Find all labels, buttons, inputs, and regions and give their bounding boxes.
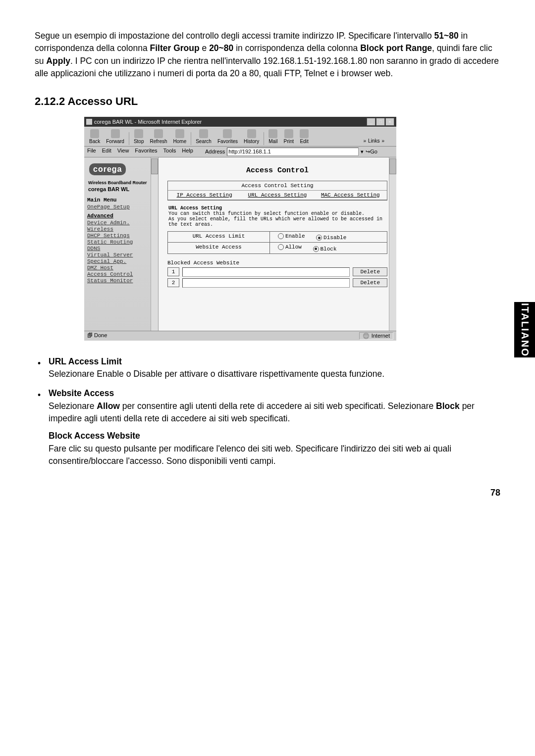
forward-button[interactable]: Forward xyxy=(103,128,127,145)
tab-mac[interactable]: MAC Access Setting xyxy=(314,191,387,200)
refresh-label: Refresh xyxy=(150,139,167,144)
sidebar-caption: Wireless Boardband Router xyxy=(88,180,154,185)
internet-zone-icon: 🌐 xyxy=(363,333,370,339)
favorites-icon xyxy=(223,129,232,138)
desc-heading: URL Access Setting xyxy=(168,205,222,211)
desc-line1: You can switch this function by select f… xyxy=(168,211,365,216)
radio-block-label: Block xyxy=(321,246,337,252)
sidebar-scrollbar[interactable] xyxy=(151,157,158,331)
edit-label: Edit xyxy=(300,139,308,144)
mail-button[interactable]: Mail xyxy=(266,128,280,145)
refresh-button[interactable]: Refresh xyxy=(147,128,170,145)
mail-icon xyxy=(268,129,277,138)
delete-button[interactable]: Delete xyxy=(353,267,387,276)
sidebar-item-status[interactable]: Status Monitor xyxy=(87,278,155,284)
minimize-button[interactable]: _ xyxy=(367,118,375,126)
bullet-list: • URL Access Limit Selezionare Enable o … xyxy=(35,355,500,468)
radio-disable[interactable]: Disable xyxy=(316,235,346,241)
go-button[interactable]: ↪Go xyxy=(366,149,377,155)
favorites-label: Favorites xyxy=(217,139,238,144)
section-heading: 2.12.2 Accesso URL xyxy=(35,95,500,108)
sidebar-section-advanced[interactable]: Advanced xyxy=(87,213,155,219)
row-url-limit: URL Access Limit Enable Disable xyxy=(167,231,387,243)
bullet-subtext: Fare clic su questo pulsante per modific… xyxy=(49,443,500,468)
tabs-caption: Access Control Setting xyxy=(168,181,387,191)
browser-statusbar: 🗐 Done 🌐Internet xyxy=(84,331,396,341)
home-icon xyxy=(175,129,184,138)
sidebar-item-onepage[interactable]: OnePage Setup xyxy=(87,204,155,210)
sidebar-item-access[interactable]: Access Control xyxy=(87,271,155,277)
radio-allow[interactable]: Allow xyxy=(278,244,302,250)
tab-ip[interactable]: IP Access Setting xyxy=(168,191,241,200)
menu-view[interactable]: View xyxy=(117,148,129,156)
stop-button[interactable]: Stop xyxy=(131,128,147,145)
blocked-row-2: 2 Delete xyxy=(167,278,387,288)
search-icon xyxy=(199,129,208,138)
browser-toolbar: Back Forward Stop Refresh Home Search Fa… xyxy=(84,127,396,147)
refresh-icon xyxy=(154,129,163,138)
menu-help[interactable]: Help xyxy=(182,148,193,156)
address-dropdown-icon[interactable]: ▾ xyxy=(361,149,364,155)
desc-line2: As you select enable, fill the URLs whic… xyxy=(168,216,382,227)
sidebar-item-virtual[interactable]: Virtual Server xyxy=(87,252,155,258)
desc-block: URL Access Setting You can switch this f… xyxy=(168,205,386,227)
bullet-title: Website Access xyxy=(49,387,500,400)
sidebar-item-ddns[interactable]: DDNS xyxy=(87,246,155,252)
radio-block[interactable]: Block xyxy=(313,246,337,252)
main-scrollbar[interactable] xyxy=(389,157,396,331)
sidebar-item-wireless[interactable]: Wireless xyxy=(87,226,155,232)
links-chevron-icon[interactable]: » xyxy=(381,138,384,144)
forward-icon xyxy=(111,129,120,138)
bullet-text: Selezionare Enable o Disable per attivar… xyxy=(49,368,500,380)
status-done: 🗐 Done xyxy=(87,332,107,340)
tab-url[interactable]: URL Access Setting xyxy=(241,191,314,200)
delete-button[interactable]: Delete xyxy=(353,278,387,287)
links-label[interactable]: Links xyxy=(368,138,379,144)
menu-file[interactable]: File xyxy=(87,148,96,156)
intro-bold: 20~80 xyxy=(209,43,233,53)
edit-button[interactable]: Edit xyxy=(297,128,312,145)
maximize-button[interactable]: □ xyxy=(376,118,385,126)
intro-text: . I PC con un indirizzo IP che rientra n… xyxy=(35,56,499,78)
close-button[interactable]: × xyxy=(385,118,394,126)
back-button[interactable]: Back xyxy=(86,128,103,145)
zone-label: Internet xyxy=(372,333,390,339)
bullet-title: URL Access Limit xyxy=(49,355,500,368)
blocked-url-input[interactable] xyxy=(182,267,350,277)
history-button[interactable]: History xyxy=(241,128,262,145)
row-url-limit-label: URL Access Limit xyxy=(168,232,270,243)
intro-bold: Filter Group xyxy=(150,43,200,53)
home-button[interactable]: Home xyxy=(170,128,190,145)
menu-edit[interactable]: Edit xyxy=(102,148,111,156)
sidebar-item-static[interactable]: Static Routing xyxy=(87,239,155,245)
back-label: Back xyxy=(89,139,100,144)
intro-text: in corrispondenza della colonna xyxy=(233,43,360,53)
sidebar-item-dhcp[interactable]: DHCP Settings xyxy=(87,233,155,239)
menu-tools[interactable]: Tools xyxy=(163,148,176,156)
brand-logo: corega xyxy=(89,163,126,175)
ie-icon xyxy=(86,119,92,125)
address-input[interactable] xyxy=(227,148,359,156)
favorites-button[interactable]: Favorites xyxy=(214,128,241,145)
bullet-text-bold: Allow xyxy=(97,401,120,411)
mail-label: Mail xyxy=(268,139,277,144)
blocked-url-input[interactable] xyxy=(182,278,350,288)
go-label: Go xyxy=(370,149,377,154)
sidebar-item-device[interactable]: Device Admin. xyxy=(87,220,155,226)
intro-bold: Block port Range xyxy=(360,43,432,53)
sidebar-item-dmz[interactable]: DMZ Host xyxy=(87,265,155,271)
menu-favorites[interactable]: Favorites xyxy=(135,148,157,156)
language-sidetab: ITALIANO xyxy=(514,302,535,357)
print-button[interactable]: Print xyxy=(280,128,297,145)
intro-paragraph: Segue un esempio di impostazione del con… xyxy=(35,30,500,80)
bullet-dot-icon: • xyxy=(38,389,41,402)
row-website-access: Website Access Allow Block xyxy=(167,243,387,254)
sidebar-item-special[interactable]: Special App. xyxy=(87,258,155,264)
links-chevron-icon[interactable]: » xyxy=(364,138,367,144)
search-button[interactable]: Search xyxy=(193,128,214,145)
blocked-row-num: 2 xyxy=(167,278,179,287)
edit-icon xyxy=(300,129,309,138)
radio-enable[interactable]: Enable xyxy=(278,233,305,239)
address-label: Address xyxy=(205,149,225,154)
status-zone: 🌐Internet xyxy=(359,332,393,340)
